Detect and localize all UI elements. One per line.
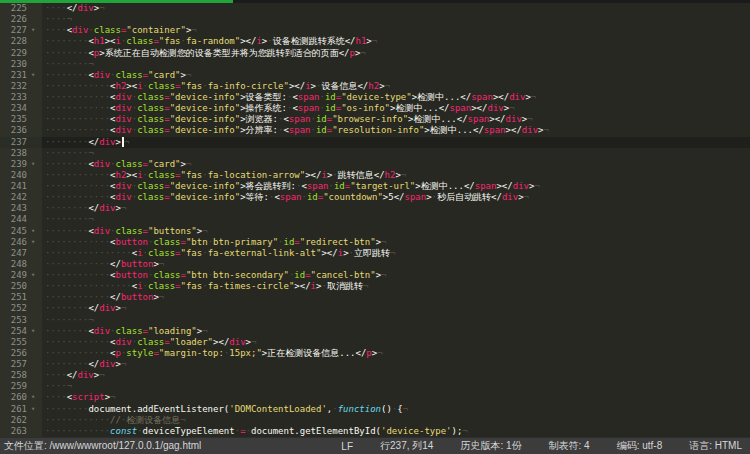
code-line[interactable]: 239▾········<div·class="card">¬ (0, 159, 750, 170)
line-number[interactable]: 238 (0, 148, 30, 159)
fold-gutter (30, 259, 42, 270)
code-line[interactable]: 232············<h2><i·class="fas·fa-info… (0, 81, 750, 92)
code-line[interactable]: 226····¬ (0, 14, 750, 25)
line-number[interactable]: 231 (0, 70, 30, 81)
line-number[interactable]: 253 (0, 315, 30, 326)
line-number[interactable]: 254 (0, 326, 30, 337)
line-number[interactable]: 261 (0, 404, 30, 415)
code-line[interactable]: 261▾········document.addEventListener('D… (0, 404, 750, 415)
line-number[interactable]: 255 (0, 337, 30, 348)
line-number[interactable]: 251 (0, 292, 30, 303)
code-line[interactable]: 256············<p·style="margin-top:·15p… (0, 348, 750, 359)
code-line[interactable]: 259····¬ (0, 381, 750, 392)
tab-size[interactable]: 制表符: 4 (549, 439, 590, 453)
line-number[interactable]: 243 (0, 203, 30, 214)
line-number[interactable]: 237 (0, 137, 30, 148)
code-line[interactable]: 225····</div>¬ (0, 3, 750, 14)
code-content: ············<div·class="loader"></div>¬ (42, 337, 750, 348)
code-line[interactable]: 229········<p>系统正在自动检测您的设备类型并将为您跳转到适合的页面… (0, 48, 750, 59)
line-number[interactable]: 252 (0, 303, 30, 314)
code-line[interactable]: 253········¬ (0, 315, 750, 326)
fold-toggle-icon[interactable]: ▾ (30, 25, 42, 36)
line-number[interactable]: 230 (0, 59, 30, 70)
code-line[interactable]: 246▾············<button·class="btn·btn-p… (0, 237, 750, 248)
code-line[interactable]: 260▾····<script>¬ (0, 392, 750, 403)
code-line[interactable]: 254▾········<div·class="loading">¬ (0, 326, 750, 337)
line-number[interactable]: 241 (0, 181, 30, 192)
line-number[interactable]: 260 (0, 392, 30, 403)
fold-gutter (30, 14, 42, 25)
code-line[interactable]: 248············</button>¬ (0, 259, 750, 270)
line-number[interactable]: 257 (0, 359, 30, 370)
code-line[interactable]: 237········</div>¬ (0, 137, 750, 148)
line-number[interactable]: 250 (0, 281, 30, 292)
code-line[interactable]: 252········</div>¬ (0, 303, 750, 314)
line-number[interactable]: 229 (0, 48, 30, 59)
fold-toggle-icon[interactable]: ▾ (30, 159, 42, 170)
line-number[interactable]: 240 (0, 170, 30, 181)
code-line[interactable]: 241············<div·class="device-info">… (0, 181, 750, 192)
fold-toggle-icon[interactable]: ▾ (30, 326, 42, 337)
code-line[interactable]: 234············<div·class="device-info">… (0, 103, 750, 114)
code-line[interactable]: 233············<div·class="device-info">… (0, 92, 750, 103)
code-line[interactable]: 238········¬ (0, 148, 750, 159)
fold-toggle-icon[interactable]: ▾ (30, 226, 42, 237)
line-number[interactable]: 245 (0, 226, 30, 237)
line-number[interactable]: 263 (0, 426, 30, 437)
fold-toggle-icon[interactable]: ▾ (30, 392, 42, 403)
line-number[interactable]: 235 (0, 114, 30, 125)
invisible-eol: ¬ (401, 170, 406, 180)
code-line[interactable]: 231▾········<div·class="card">¬ (0, 70, 750, 81)
fold-gutter (30, 359, 42, 370)
line-number[interactable]: 234 (0, 103, 30, 114)
code-line[interactable]: 262············//·检测设备信息¬ (0, 415, 750, 426)
line-number[interactable]: 262 (0, 415, 30, 426)
line-number[interactable]: 228 (0, 36, 30, 47)
code-editor[interactable]: 225····</div>¬226····¬227▾····<div·class… (0, 3, 750, 437)
line-number[interactable]: 232 (0, 81, 30, 92)
line-number[interactable]: 248 (0, 259, 30, 270)
fold-toggle-icon[interactable]: ▾ (30, 270, 42, 281)
invisible-eol: ¬ (531, 92, 536, 102)
code-line[interactable]: 243········</div>¬ (0, 203, 750, 214)
code-line[interactable]: 249▾············<button·class="btn·btn-s… (0, 270, 750, 281)
invisible-eol: ¬ (180, 415, 185, 425)
code-line[interactable]: 235············<div·class="device-info">… (0, 114, 750, 125)
invisible-eol: ¬ (509, 103, 514, 113)
code-line[interactable]: 236············<div·class="device-info">… (0, 125, 750, 136)
code-line[interactable]: 244········¬ (0, 214, 750, 225)
fold-toggle-icon[interactable]: ▾ (30, 70, 42, 81)
code-line[interactable]: 227▾····<div·class="container">¬ (0, 25, 750, 36)
code-line[interactable]: 230········¬ (0, 59, 750, 70)
code-line[interactable]: 251············</button>¬ (0, 292, 750, 303)
line-number[interactable]: 249 (0, 270, 30, 281)
code-line[interactable]: 240············<h2><i·class="fas·fa-loca… (0, 170, 750, 181)
code-line[interactable]: 255············<div·class="loader"></div… (0, 337, 750, 348)
line-number[interactable]: 244 (0, 214, 30, 225)
encoding-selector[interactable]: 编码: utf-8 (617, 439, 663, 453)
line-number[interactable]: 242 (0, 192, 30, 203)
line-number[interactable]: 246 (0, 237, 30, 248)
fold-toggle-icon[interactable]: ▾ (30, 404, 42, 415)
history-versions[interactable]: 历史版本: 1份 (460, 439, 521, 453)
line-number[interactable]: 247 (0, 248, 30, 259)
line-number[interactable]: 227 (0, 25, 30, 36)
line-number[interactable]: 225 (0, 3, 30, 14)
line-number[interactable]: 239 (0, 159, 30, 170)
line-number[interactable]: 259 (0, 381, 30, 392)
code-line[interactable]: 247················<i·class="fas·fa-exte… (0, 248, 750, 259)
code-line[interactable]: 228········<h1><i·class="fas·fa-random">… (0, 36, 750, 47)
code-line[interactable]: 257········</div>¬ (0, 359, 750, 370)
code-line[interactable]: 263············const·deviceTypeElement·=… (0, 426, 750, 437)
line-number[interactable]: 256 (0, 348, 30, 359)
code-line[interactable]: 242············<div·class="device-info">… (0, 192, 750, 203)
code-line[interactable]: 250················<i·class="fas·fa-time… (0, 281, 750, 292)
fold-toggle-icon[interactable]: ▾ (30, 237, 42, 248)
language-selector[interactable]: 语言: HTML (689, 439, 742, 453)
code-line[interactable]: 258····</div>¬ (0, 370, 750, 381)
code-line[interactable]: 245▾········<div·class="buttons">¬ (0, 226, 750, 237)
line-number[interactable]: 258 (0, 370, 30, 381)
line-number[interactable]: 233 (0, 92, 30, 103)
line-number[interactable]: 226 (0, 14, 30, 25)
line-number[interactable]: 236 (0, 125, 30, 136)
